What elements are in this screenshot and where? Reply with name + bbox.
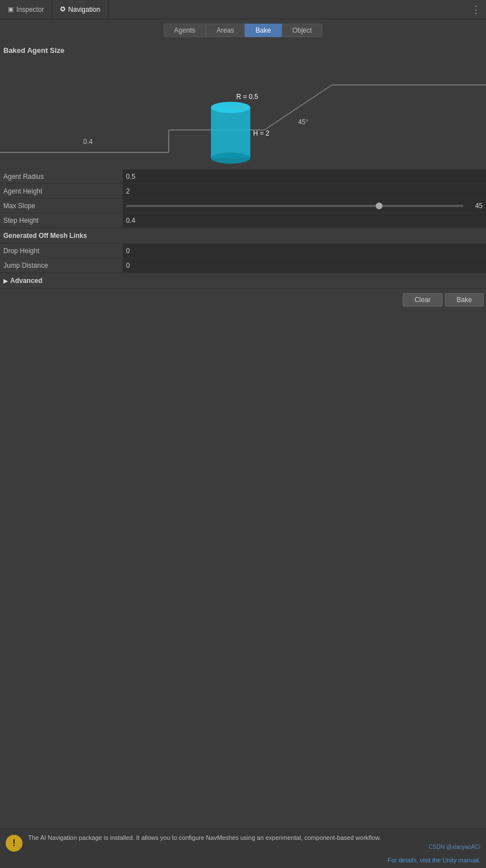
svg-text:45°: 45° (298, 118, 308, 126)
agent-radius-input[interactable] (126, 173, 486, 181)
clear-button[interactable]: Clear (403, 293, 443, 307)
step-height-label: Step Height (0, 217, 123, 224)
tab-inspector[interactable]: ▣ Inspector (0, 0, 52, 19)
max-slope-row: Max Slope 45 (0, 199, 486, 213)
agent-radius-row: Agent Radius (0, 169, 486, 184)
advanced-arrow-icon: ▶ (3, 278, 8, 284)
navigation-icon: ✪ (60, 6, 65, 13)
agent-height-value[interactable] (123, 184, 486, 198)
baked-agent-size-title: Baked Agent Size (0, 42, 486, 57)
max-slope-track[interactable] (126, 205, 464, 207)
status-warning-icon: ! (6, 835, 22, 852)
tab-agents[interactable]: Agents (164, 24, 206, 37)
svg-rect-7 (211, 107, 250, 158)
svg-text:R = 0.5: R = 0.5 (236, 93, 258, 101)
step-height-input[interactable] (126, 217, 486, 224)
svg-text:0.4: 0.4 (83, 138, 93, 146)
unity-manual-link[interactable]: For details, visit the Unity manual. (388, 857, 480, 863)
max-slope-thumb[interactable] (376, 203, 382, 209)
status-link-container: For details, visit the Unity manual. (388, 857, 480, 863)
drop-height-input[interactable] (126, 247, 486, 255)
agent-radius-value[interactable] (123, 169, 486, 183)
max-slope-fill (126, 205, 379, 207)
svg-point-8 (211, 152, 250, 164)
bottom-buttons: Clear Bake (0, 289, 486, 311)
agent-radius-label: Agent Radius (0, 173, 123, 181)
off-mesh-section-label: Generated Off Mesh Links (3, 232, 87, 240)
step-height-value[interactable] (123, 213, 486, 227)
subtabs-bar: Agents Areas Bake Object (0, 19, 486, 42)
status-bar: ! The AI Navigation package is installed… (0, 829, 486, 868)
advanced-label: Advanced (10, 277, 42, 285)
properties-section: Agent Radius Agent Height Max Slope 45 S… (0, 169, 486, 228)
agent-height-row: Agent Height (0, 184, 486, 199)
more-options-button[interactable]: ⋮ (471, 3, 482, 16)
status-message: The AI Navigation package is installed. … (28, 834, 480, 842)
tab-bake[interactable]: Bake (245, 24, 281, 37)
max-slope-slider-container: 45 (123, 199, 486, 213)
svg-text:H = 2: H = 2 (253, 129, 269, 137)
jump-distance-row: Jump Distance (0, 258, 486, 273)
drop-height-row: Drop Height (0, 244, 486, 258)
agent-height-input[interactable] (126, 187, 486, 195)
inspector-label: Inspector (16, 6, 44, 14)
jump-distance-value[interactable] (123, 258, 486, 272)
tab-navigation[interactable]: ✪ Navigation (52, 0, 109, 19)
drop-height-value[interactable] (123, 244, 486, 258)
agent-height-label: Agent Height (0, 187, 123, 195)
max-slope-label: Max Slope (0, 202, 123, 210)
jump-distance-label: Jump Distance (0, 262, 123, 269)
tab-object[interactable]: Object (282, 24, 323, 37)
header-tabs: ▣ Inspector ✪ Navigation ⋮ (0, 0, 486, 19)
max-slope-value: 45 (467, 202, 483, 210)
off-mesh-section-header: Generated Off Mesh Links (0, 228, 486, 244)
inspector-icon: ▣ (8, 6, 14, 13)
tab-areas[interactable]: Areas (206, 24, 245, 37)
agent-viz-svg: 0.4 R = 0.5 H = 2 45° (0, 57, 486, 169)
jump-distance-input[interactable] (126, 262, 486, 269)
off-mesh-section: Drop Height Jump Distance (0, 244, 486, 273)
drop-height-label: Drop Height (0, 247, 123, 255)
step-height-row: Step Height (0, 213, 486, 228)
agent-visualization: 0.4 R = 0.5 H = 2 45° (0, 57, 486, 169)
navigation-label: Navigation (68, 6, 100, 14)
advanced-section-header[interactable]: ▶ Advanced (0, 273, 486, 289)
csdn-credit: CSDN @xiaoyaoACi (429, 844, 480, 850)
bake-button[interactable]: Bake (445, 293, 484, 307)
